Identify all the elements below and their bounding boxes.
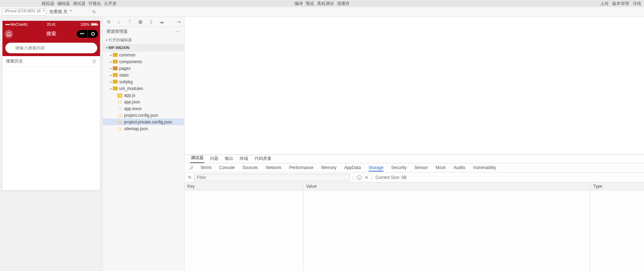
file-project-config-json[interactable]: { }project.config.json [103,112,184,119]
panel-tab-storage[interactable]: Storage [369,164,384,171]
menubar-center-group: 编译 预览 真机调试 清缓存 [294,1,350,7]
json-file-icon: { } [117,100,123,104]
folder-icon [113,60,118,64]
file-app-json[interactable]: { }app.json [103,98,184,105]
search-input[interactable] [5,43,97,53]
chevron-down-icon: ▾ [105,46,109,49]
capsule-close-icon[interactable] [87,30,98,38]
tree-item-label: pages [119,66,131,71]
panel-tab-memory[interactable]: Memory [321,164,336,171]
action-preview[interactable]: 预览 [306,1,314,7]
folder-icon [113,66,118,70]
phone-navbar: 搜索 ••• [2,28,100,40]
action-remote-debug[interactable]: 真机调试 [317,1,334,7]
status-battery-pct: 100% [80,23,89,26]
file-app-wxss[interactable]: ⬚app.wxss [103,105,184,112]
file-app-js[interactable]: JSapp.js [103,92,184,98]
action-compile[interactable]: 编译 [294,1,303,7]
devtools-tab-代码质量[interactable]: 代码质量 [254,155,272,163]
devtools-tab-输出[interactable]: 输出 [224,155,234,163]
reload-icon[interactable]: ↻ [188,175,192,180]
branch-icon[interactable]: ᛘ [127,19,133,25]
main-area: WeChat4G 20:41 100% 搜索 ••• [0,17,644,271]
folder-uni_modules[interactable]: ▸uni_modules [103,85,184,92]
element-picker-icon[interactable]: ⮰ [189,165,194,170]
tree-item-label: common [119,53,135,58]
folder-components[interactable]: ▸components [103,58,184,65]
explorer-toolbar: ⧉ ⌕ ᛘ ▦ ▯ ☁ ⇥ [103,17,184,27]
phone-body: 搜索历史 🗑 [2,56,100,190]
folder-icon [113,53,118,57]
panel-tab-wxml[interactable]: Wxml [201,164,211,171]
storage-filter-input[interactable] [194,174,350,181]
tree-item-label: project.private.config.json [124,120,172,125]
devtools-tab-问题[interactable]: 问题 [209,155,219,163]
open-editors-label: 打开的编辑器 [109,37,132,43]
panel-tab-security[interactable]: Security [391,164,406,171]
menu-editor[interactable]: 编辑器 [57,1,70,7]
menu-visual[interactable]: 可视化 [88,1,101,7]
storage-col-type[interactable]: Type [590,182,644,271]
layout-icon[interactable]: ▦ [137,19,143,25]
devtools-tab-调试器[interactable]: 调试器 [190,154,204,163]
tree-item-label: sitemap.json [124,126,148,131]
action-version[interactable]: 版本管理 [612,1,629,7]
folder-static[interactable]: ▸static [103,72,184,78]
editor-blank-area [185,17,644,155]
panel-tab-console[interactable]: Console [219,164,235,171]
delete-entry-icon[interactable]: ✕ [364,175,369,180]
panel-tab-performance[interactable]: Performance [289,164,314,171]
panel-tab-audits[interactable]: Audits [453,164,465,171]
panel-tab-mock[interactable]: Mock [435,164,446,171]
panel-tab-sensor[interactable]: Sensor [414,164,428,171]
open-editors-section[interactable]: ▸ 打开的编辑器 [103,36,184,44]
action-clear-cache[interactable]: 清缓存 [337,1,350,7]
phone-status-bar: WeChat4G 20:41 100% [2,21,100,28]
top-menubar: 模拟器 编辑器 调试器 可视化 云开发 编译 预览 真机调试 清缓存 上传 版本… [0,0,644,7]
home-icon[interactable] [5,30,13,38]
panel-tab-appdata[interactable]: AppData [344,164,361,171]
project-root[interactable]: ▾ MP-WEIXIN [103,44,184,52]
chevron-right-icon: ▸ [109,87,113,90]
copy-icon[interactable]: ⧉ [106,19,111,25]
capsule-menu-icon[interactable]: ••• [77,30,87,38]
tree-item-label: app.wxss [124,106,142,111]
collapse-icon[interactable]: ⇥ [176,19,181,25]
folder-common[interactable]: ▸common [103,52,184,58]
storage-th-key: Key [185,182,303,190]
tree-item-label: app.js [124,93,135,98]
devtools-tab-终端[interactable]: 终端 [239,155,249,163]
chevron-right-icon: ▸ [105,38,109,42]
menu-simulator[interactable]: 模拟器 [42,1,54,7]
menu-cloud[interactable]: 云开发 [104,1,117,7]
clear-storage-icon[interactable] [357,175,362,180]
action-upload[interactable]: 上传 [600,1,609,7]
file-tree: ▸ 打开的编辑器 ▾ MP-WEIXIN ▸common▸components▸… [103,36,184,132]
panel-tab-network[interactable]: Network [266,164,281,171]
explorer-column: ⧉ ⌕ ᛘ ▦ ▯ ☁ ⇥ 资源管理器 ⋯ ▸ 打开的编辑器 ▾ MP-WEIX… [103,17,185,271]
chevron-right-icon: ▸ [109,67,113,70]
search-icon[interactable]: ⌕ [116,19,122,25]
storage-col-value[interactable]: Value [303,182,590,271]
refresh-icon[interactable]: ↻ [91,9,97,15]
file-project-private-config-json[interactable]: { }project.private.config.json [103,119,184,125]
folder-pages[interactable]: ▸pages [103,65,184,72]
panel-tab-vulnerability[interactable]: Vulnerability [473,164,496,171]
folder-icon [113,73,118,77]
json-file-icon: { } [117,113,123,118]
hot-reload-toggle[interactable]: 热重载 关 [49,9,72,15]
storage-col-key[interactable]: Key [185,182,303,271]
search-history-row: 搜索历史 🗑 [2,56,100,67]
panel-icon[interactable]: ▯ [148,19,154,25]
file-sitemap-json[interactable]: { }sitemap.json [103,125,184,132]
navbar-title: 搜索 [46,31,56,37]
action-details[interactable]: 详情 [633,1,641,7]
device-select[interactable]: iPhone 6/7/8 85% 16 [2,8,46,16]
tree-item-label: project.config.json [124,113,158,118]
trash-icon[interactable]: 🗑 [92,59,96,64]
more-icon[interactable]: ⋯ [176,29,181,34]
menu-debugger[interactable]: 调试器 [73,1,86,7]
event-icon[interactable]: ☁ [159,19,164,25]
folder-subpkg[interactable]: ▸subpkg [103,78,184,85]
panel-tab-sources[interactable]: Sources [242,164,258,171]
